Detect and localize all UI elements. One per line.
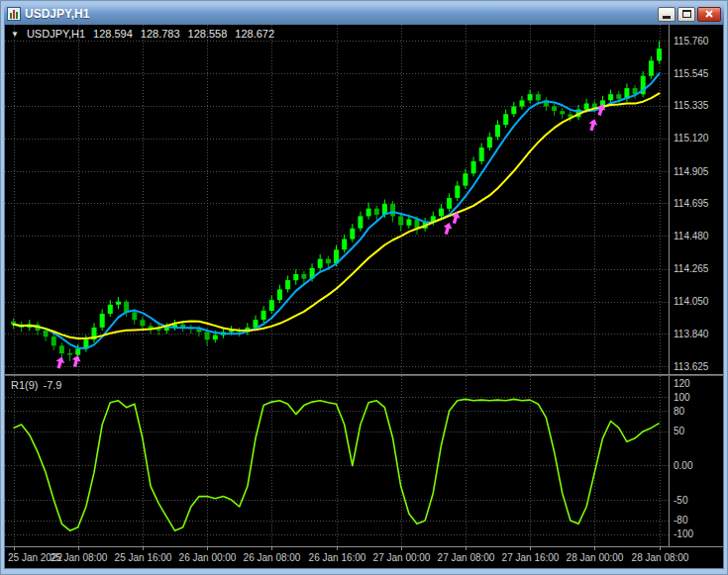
svg-text:113.840: 113.840: [674, 329, 709, 339]
svg-text:0.00: 0.00: [674, 460, 693, 471]
oscillator-line: [14, 399, 660, 530]
window-titlebar[interactable]: USDJPY,H1: [4, 4, 724, 24]
svg-text:26 Jan 08:00: 26 Jan 08:00: [244, 552, 301, 563]
svg-text:27 Jan 16:00: 27 Jan 16:00: [502, 552, 560, 563]
signal-arrow-icon: [70, 354, 82, 368]
time-axis[interactable]: 25 Jan 202225 Jan 08:0025 Jan 16:0026 Ja…: [5, 546, 723, 569]
svg-text:114.265: 114.265: [674, 263, 709, 274]
signal-arrow-icon: [442, 222, 454, 236]
svg-text:120: 120: [674, 378, 690, 389]
svg-text:-50: -50: [674, 495, 688, 506]
svg-text:26 Jan 00:00: 26 Jan 00:00: [179, 552, 237, 563]
svg-text:115.545: 115.545: [674, 68, 709, 79]
candles-layer: [11, 41, 662, 361]
close-icon: [704, 9, 714, 19]
svg-text:115.120: 115.120: [674, 133, 709, 144]
svg-text:100: 100: [674, 392, 690, 403]
svg-text:114.695: 114.695: [674, 198, 709, 209]
signal-arrow-icon: [587, 118, 599, 132]
time-axis-labels: 25 Jan 202225 Jan 08:0025 Jan 16:0026 Ja…: [8, 547, 689, 563]
svg-text:28 Jan 08:00: 28 Jan 08:00: [632, 552, 689, 563]
svg-text:80: 80: [674, 406, 685, 417]
indicator-panel: 12010080500.00-50-80-100 R1(9) -7.9: [5, 376, 723, 546]
indicator-chart[interactable]: 12010080500.00-50-80-100: [5, 376, 723, 546]
chart-window: USDJPY,H1 115.760115.545115.335115.12011…: [0, 0, 728, 575]
svg-text:114.480: 114.480: [674, 231, 709, 241]
indicator-grid: [5, 376, 669, 546]
svg-text:114.050: 114.050: [674, 296, 709, 307]
window-controls: [658, 7, 721, 22]
close-button[interactable]: [697, 7, 721, 22]
svg-text:-100: -100: [674, 528, 693, 539]
svg-text:27 Jan 00:00: 27 Jan 00:00: [373, 552, 431, 563]
window-title: USDJPY,H1: [25, 7, 654, 21]
svg-text:115.760: 115.760: [674, 36, 709, 47]
minimize-button[interactable]: [658, 7, 676, 22]
minimize-icon: [663, 16, 671, 19]
svg-text:114.905: 114.905: [674, 166, 709, 177]
price-chart[interactable]: 115.760115.545115.335115.120114.905114.6…: [5, 25, 723, 374]
app-icon: [7, 7, 21, 21]
maximize-icon: [682, 10, 691, 18]
svg-text:28 Jan 00:00: 28 Jan 00:00: [567, 552, 624, 563]
svg-text:25 Jan 08:00: 25 Jan 08:00: [51, 552, 108, 563]
maximize-button[interactable]: [677, 7, 695, 22]
price-chart-panel: 115.760115.545115.335115.120114.905114.6…: [5, 25, 723, 374]
svg-text:50: 50: [674, 426, 685, 436]
svg-text:113.625: 113.625: [674, 361, 709, 372]
indicator-axis-labels: 12010080500.00-50-80-100: [674, 378, 693, 539]
svg-text:26 Jan 16:00: 26 Jan 16:00: [309, 552, 366, 563]
symbol-dropdown-icon[interactable]: ▼: [11, 30, 19, 39]
svg-text:115.335: 115.335: [674, 100, 709, 111]
signal-arrow-icon: [54, 355, 66, 369]
svg-text:25 Jan 16:00: 25 Jan 16:00: [115, 552, 172, 563]
svg-text:-80: -80: [674, 515, 688, 526]
price-axis-labels: 115.760115.545115.335115.120114.905114.6…: [674, 36, 709, 372]
chart-client-area: 115.760115.545115.335115.120114.905114.6…: [4, 24, 724, 569]
svg-text:27 Jan 08:00: 27 Jan 08:00: [438, 552, 495, 563]
